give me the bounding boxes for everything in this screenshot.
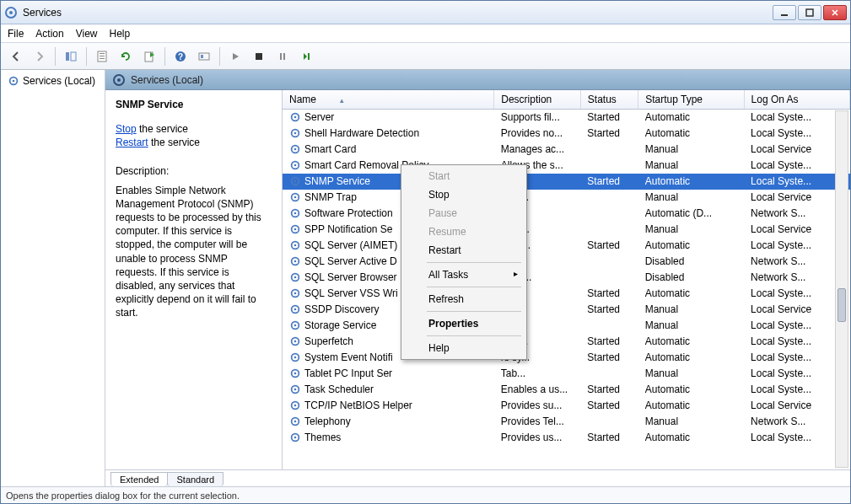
titlebar[interactable]: Services <box>1 1 850 24</box>
scroll-thumb[interactable] <box>838 288 846 322</box>
tree-item-services-local[interactable]: Services (Local) <box>6 73 100 88</box>
cell-logon: Local Service <box>744 142 849 158</box>
menu-help[interactable]: Help <box>110 28 131 40</box>
close-button[interactable] <box>823 5 847 20</box>
ctx-all-tasks[interactable]: All Tasks <box>403 265 525 284</box>
pause-service-button[interactable] <box>272 46 293 67</box>
cell-description: Enables a us... <box>494 382 581 398</box>
col-logon[interactable]: Log On As <box>744 90 849 110</box>
svg-rect-15 <box>256 53 262 60</box>
start-service-button[interactable] <box>225 46 245 67</box>
table-row[interactable]: Tablet PC Input SerTab...ManualLocal Sys… <box>283 366 850 382</box>
toolbar-extra-button[interactable] <box>194 46 214 67</box>
col-startup[interactable]: Startup Type <box>638 90 744 110</box>
svg-point-32 <box>294 180 297 183</box>
refresh-button[interactable] <box>116 46 136 67</box>
table-row[interactable]: SPP Notification Ses So...ManualLocal Se… <box>283 222 850 238</box>
service-grid[interactable]: Name Description Status Startup Type Log… <box>283 90 850 469</box>
separator <box>219 47 220 66</box>
ctx-help[interactable]: Help <box>403 339 525 357</box>
table-row[interactable]: ServerSupports fil...StartedAutomaticLoc… <box>283 110 850 126</box>
gear-icon <box>289 143 301 155</box>
export-button[interactable] <box>139 46 159 67</box>
forward-button[interactable] <box>30 46 50 67</box>
cell-logon: Network S... <box>744 206 849 222</box>
minimize-button[interactable] <box>773 5 796 20</box>
gear-icon <box>289 271 301 283</box>
maximize-button[interactable] <box>798 5 821 20</box>
cell-status: Started <box>580 430 638 446</box>
ctx-properties[interactable]: Properties <box>403 314 525 333</box>
table-row[interactable]: SQL Server Browsers SQ...DisabledNetwork… <box>283 270 850 286</box>
table-row[interactable]: SNMP Traps tra...ManualLocal Service <box>283 190 850 206</box>
restart-service-button[interactable] <box>296 46 316 67</box>
cell-logon: Local Service <box>744 302 849 318</box>
ctx-restart[interactable]: Restart <box>403 241 525 260</box>
table-row[interactable]: Storage Services gr...ManualLocal Syste.… <box>283 318 850 334</box>
cell-description: Provides su... <box>494 398 581 414</box>
cell-startup: Automatic <box>638 110 744 126</box>
properties-button[interactable] <box>92 46 112 67</box>
table-row[interactable]: Superfetchns a...StartedAutomaticLocal S… <box>283 334 850 350</box>
tab-extended[interactable]: Extended <box>110 472 168 486</box>
services-icon <box>8 75 19 87</box>
gear-icon <box>289 223 301 235</box>
ctx-all-tasks-label: All Tasks <box>428 269 468 281</box>
show-hide-tree-button[interactable] <box>61 46 81 67</box>
cell-startup: Automatic <box>638 430 744 446</box>
details-title: SNMP Service <box>116 99 272 110</box>
cell-status <box>580 270 638 286</box>
cell-status <box>580 254 638 270</box>
context-menu: Start Stop Pause Resume Restart All Task… <box>401 164 527 360</box>
table-row[interactable]: ThemesProvides us...StartedAutomaticLoca… <box>283 430 850 446</box>
table-row[interactable]: SQL Server VSS Wris th...StartedAutomati… <box>283 286 850 302</box>
table-row[interactable]: Shell Hardware DetectionProvides no...St… <box>283 126 850 142</box>
svg-rect-9 <box>100 58 105 59</box>
menu-file[interactable]: File <box>8 28 24 40</box>
back-button[interactable] <box>6 46 26 67</box>
menubar: File Action View Help <box>1 24 850 43</box>
table-row[interactable]: SSDP Discoveryrs n...StartedManualLocal … <box>283 302 850 318</box>
col-description[interactable]: Description <box>494 90 581 110</box>
ctx-resume: Resume <box>403 223 525 241</box>
col-status[interactable]: Status <box>580 90 638 110</box>
svg-rect-3 <box>806 9 813 16</box>
tab-standard[interactable]: Standard <box>167 472 224 486</box>
cell-startup: Manual <box>638 366 744 382</box>
table-row[interactable]: Smart Card Removal PolicyAllows the s...… <box>283 158 850 174</box>
menu-action[interactable]: Action <box>35 28 63 40</box>
table-row[interactable]: TelephonyProvides Tel...ManualNetwork S.… <box>283 414 850 430</box>
svg-point-30 <box>294 164 297 167</box>
stop-link[interactable]: Stop <box>116 123 137 135</box>
cell-status <box>580 318 638 334</box>
restart-link[interactable]: Restart <box>116 137 148 148</box>
ctx-stop[interactable]: Stop <box>403 185 525 204</box>
cell-startup: Manual <box>638 318 744 334</box>
table-row[interactable]: SQL Server (AIMET)s sto...StartedAutomat… <box>283 238 850 254</box>
menu-view[interactable]: View <box>76 28 98 40</box>
table-row[interactable]: System Event Notifirs sy...StartedAutoma… <box>283 350 850 366</box>
table-row[interactable]: SQL Server Active Dinte...DisabledNetwor… <box>283 254 850 270</box>
table-row[interactable]: Smart CardManages ac...ManualLocal Servi… <box>283 142 850 158</box>
table-row[interactable]: Task SchedulerEnables a us...StartedAuto… <box>283 382 850 398</box>
cell-logon: Local Syste... <box>744 174 849 190</box>
svg-point-36 <box>294 212 297 215</box>
window-title: Services <box>23 7 773 19</box>
table-row[interactable]: SNMP ServiceSim...StartedAutomaticLocal … <box>283 174 850 190</box>
col-name[interactable]: Name <box>283 90 494 110</box>
cell-description: Provides no... <box>494 126 581 142</box>
vertical-scrollbar[interactable] <box>835 110 848 468</box>
separator <box>164 47 165 66</box>
help-button[interactable]: ? <box>170 46 191 67</box>
svg-point-34 <box>294 196 297 199</box>
gear-icon <box>289 127 301 139</box>
stop-service-button[interactable] <box>249 46 269 67</box>
table-row[interactable]: Software Protectionthe ...Automatic (D..… <box>283 206 850 222</box>
svg-rect-7 <box>100 53 105 54</box>
gear-icon <box>289 159 301 171</box>
svg-point-44 <box>294 276 297 279</box>
cell-startup: Automatic <box>638 126 744 142</box>
table-row[interactable]: TCP/IP NetBIOS HelperProvides su...Start… <box>283 398 850 414</box>
ctx-refresh[interactable]: Refresh <box>403 290 525 308</box>
gear-icon <box>289 319 301 331</box>
